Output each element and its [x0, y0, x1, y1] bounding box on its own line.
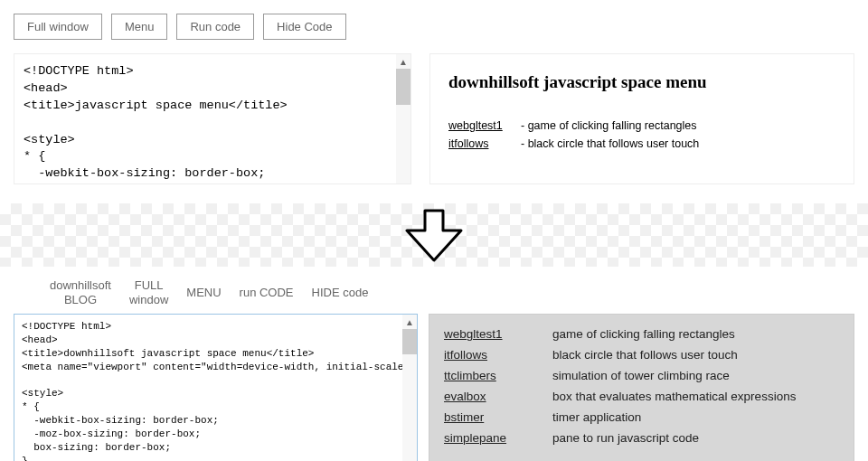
scroll-up-icon[interactable]: ▲ — [402, 315, 417, 329]
list-item: evalboxbox that evaluates mathematical e… — [444, 390, 839, 403]
demo-desc: timer application — [552, 410, 839, 424]
list-item: ttclimberssimulation of tower climbing r… — [444, 369, 839, 382]
bottom-toolbar: downhillsoft BLOG FULL window MENU run C… — [50, 278, 854, 306]
demo-link[interactable]: itfollows — [444, 348, 534, 362]
demo-link[interactable]: evalbox — [444, 390, 534, 403]
demo-link[interactable]: bstimer — [444, 410, 534, 424]
menu-button[interactable]: Menu — [111, 14, 168, 40]
demo-link[interactable]: ttclimbers — [444, 369, 534, 382]
after-region: downhillsoft BLOG FULL window MENU run C… — [0, 269, 868, 461]
list-item: bstimertimer application — [444, 410, 839, 424]
demo-desc: pane to run javascript code — [552, 431, 839, 445]
label-line: downhillsoft — [50, 278, 111, 292]
menu-link[interactable]: MENU — [186, 286, 221, 300]
label-line: BLOG — [64, 293, 97, 306]
demo-link[interactable]: simplepane — [444, 431, 534, 445]
hide-code-link[interactable]: HIDE code — [312, 286, 369, 300]
run-code-link[interactable]: run CODE — [240, 286, 294, 300]
run-code-button[interactable]: Run code — [176, 14, 254, 40]
demo-link[interactable]: webgltest1 — [448, 119, 521, 132]
code-content: <!DOCTYPE html> <head> <title>downhillso… — [22, 320, 417, 461]
full-window-button[interactable]: Full window — [14, 14, 102, 40]
scrollbar-thumb[interactable] — [402, 329, 417, 354]
list-item: webgltest1 - game of clicking falling re… — [448, 119, 835, 132]
blog-link[interactable]: downhillsoft BLOG — [50, 278, 111, 306]
demo-desc: simulation of tower climbing race — [552, 369, 839, 382]
hide-code-button[interactable]: Hide Code — [263, 14, 345, 40]
label-line: FULL — [135, 278, 164, 292]
demo-link[interactable]: webgltest1 — [444, 327, 534, 341]
list-item: itfollows - black circle that follows us… — [448, 137, 835, 150]
full-window-link[interactable]: FULL window — [129, 278, 168, 306]
preview-top: downhillsoft javascript space menu webgl… — [429, 53, 854, 184]
scrollbar-thumb[interactable] — [396, 69, 410, 105]
preview-list-top: webgltest1 - game of clicking falling re… — [448, 119, 835, 150]
scroll-up-icon[interactable]: ▲ — [396, 54, 410, 69]
demo-desc: black circle that follows user touch — [552, 348, 839, 362]
code-editor-top[interactable]: <!DOCTYPE html> <head> <title>javascript… — [14, 53, 411, 184]
list-item: simplepanepane to run javascript code — [444, 431, 839, 445]
demo-link[interactable]: itfollows — [448, 137, 521, 150]
code-editor-bottom[interactable]: <!DOCTYPE html> <head> <title>downhillso… — [14, 314, 418, 461]
demo-desc: box that evaluates mathematical expressi… — [552, 390, 839, 403]
preview-bottom: webgltest1game of clicking falling recta… — [429, 314, 854, 461]
demo-desc: - black circle that follows user touch — [521, 137, 699, 150]
down-arrow-icon — [398, 208, 470, 267]
before-region: Full window Menu Run code Hide Code <!DO… — [0, 0, 868, 184]
list-item: itfollowsblack circle that follows user … — [444, 348, 839, 362]
code-content: <!DOCTYPE html> <head> <title>javascript… — [24, 63, 410, 184]
demo-desc: game of clicking falling rectangles — [552, 327, 839, 341]
bottom-panels: <!DOCTYPE html> <head> <title>downhillso… — [14, 314, 854, 461]
top-panels: <!DOCTYPE html> <head> <title>javascript… — [14, 53, 854, 184]
label-line: window — [129, 293, 168, 306]
list-item: webgltest1game of clicking falling recta… — [444, 327, 839, 341]
demo-desc: - game of clicking falling rectangles — [521, 119, 697, 132]
preview-heading: downhillsoft javascript space menu — [448, 72, 835, 92]
top-toolbar: Full window Menu Run code Hide Code — [14, 14, 854, 40]
